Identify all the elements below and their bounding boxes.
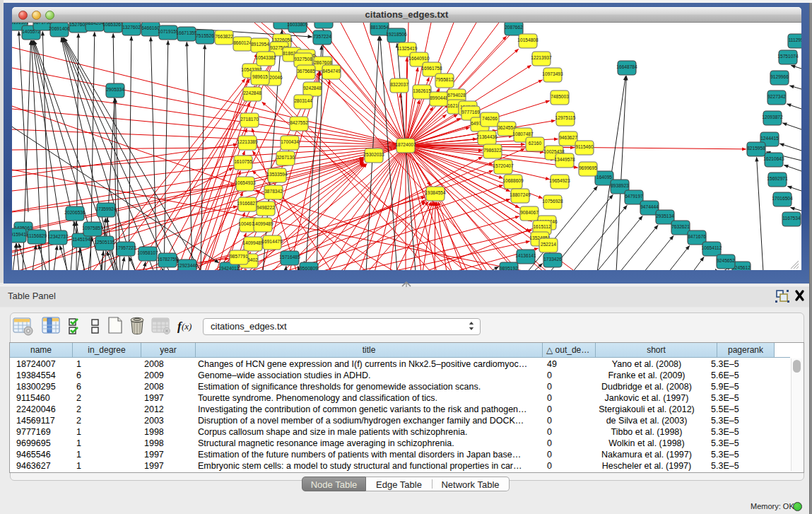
svg-text:6466160: 6466160	[141, 25, 160, 30]
svg-text:2867608: 2867608	[314, 60, 332, 65]
svg-text:9245652: 9245652	[717, 258, 735, 263]
svg-text:12342737: 12342737	[47, 234, 69, 239]
svg-text:12505135: 12505135	[94, 240, 115, 245]
svg-text:9560809: 9560809	[300, 266, 318, 270]
svg-text:2718170: 2718170	[240, 117, 259, 122]
svg-text:9671798: 9671798	[33, 23, 52, 25]
svg-text:17016504: 17016504	[772, 196, 793, 201]
svg-text:10973493: 10973493	[542, 71, 563, 76]
svg-text:3878342: 3878342	[264, 189, 283, 194]
svg-text:19166827: 19166827	[237, 201, 258, 206]
svg-text:9895192: 9895192	[500, 266, 518, 270]
svg-text:8215958: 8215958	[747, 146, 765, 151]
svg-text:7955812: 7955812	[435, 77, 454, 82]
svg-text:9699695: 9699695	[579, 165, 597, 170]
svg-text:164095: 164095	[596, 175, 612, 180]
svg-text:10154808: 10154808	[517, 37, 539, 42]
svg-text:7357224: 7357224	[313, 34, 331, 39]
svg-text:2803144: 2803144	[294, 98, 312, 103]
svg-text:9327508: 9327508	[294, 57, 312, 62]
svg-text:9242848: 9242848	[303, 86, 322, 90]
svg-text:16033809: 16033809	[287, 23, 308, 27]
svg-text:18807249: 18807249	[510, 192, 531, 197]
svg-text:7663822: 7663822	[215, 34, 233, 39]
svg-text:14099489: 14099489	[242, 240, 264, 245]
svg-text:3267130: 3267130	[276, 155, 295, 160]
svg-text:2935134: 2935134	[656, 214, 674, 218]
svg-text:10975857: 10975857	[82, 226, 103, 230]
svg-text:10756928: 10756928	[542, 199, 563, 204]
svg-text:252214: 252214	[541, 242, 556, 247]
svg-text:20691406: 20691406	[49, 26, 70, 31]
svg-text:16914479: 16914479	[261, 239, 283, 244]
svg-text:1733426: 1733426	[543, 257, 562, 262]
svg-text:15751074: 15751074	[777, 54, 799, 59]
svg-text:9498222: 9498222	[257, 205, 275, 210]
svg-text:11325419: 11325419	[397, 46, 418, 51]
svg-text:13449578: 13449578	[554, 157, 575, 162]
svg-text:8813054: 8813054	[370, 25, 389, 30]
svg-text:18724007: 18724007	[395, 142, 416, 147]
svg-text:10958107: 10958107	[137, 250, 158, 255]
svg-text:12093872: 12093872	[762, 115, 783, 119]
svg-text:14136141: 14136141	[515, 253, 536, 258]
svg-text:12213937: 12213937	[531, 55, 552, 60]
svg-text:1167534: 1167534	[782, 216, 801, 221]
svg-text:2087662: 2087662	[505, 25, 523, 30]
svg-text:17359924: 17359924	[95, 206, 117, 211]
svg-text:10654112: 10654112	[702, 245, 722, 250]
svg-text:9474444: 9474444	[640, 204, 659, 209]
svg-text:989615: 989615	[252, 74, 268, 79]
svg-text:10653267: 10653267	[102, 23, 124, 27]
svg-text:1610755: 1610755	[234, 159, 252, 164]
svg-text:7515526: 7515526	[196, 33, 214, 38]
svg-text:9857791: 9857791	[230, 254, 248, 259]
svg-text:16961758: 16961758	[421, 66, 442, 71]
svg-text:8912954: 8912954	[251, 42, 269, 47]
svg-text:16191391: 16191391	[12, 23, 29, 25]
svg-text:19424012: 19424012	[218, 266, 240, 270]
svg-text:1362615: 1362615	[413, 88, 431, 93]
svg-text:17957223: 17957223	[115, 245, 136, 250]
svg-text:2242848: 2242848	[243, 90, 261, 95]
svg-text:12923446: 12923446	[177, 263, 198, 268]
svg-text:9115460: 9115460	[575, 144, 594, 149]
svg-text:10688609: 10688609	[502, 178, 524, 183]
svg-text:10543382: 10543382	[255, 55, 276, 60]
svg-text:8660124: 8660124	[233, 40, 252, 45]
svg-text:11156829: 11156829	[27, 233, 47, 238]
svg-text:1327602: 1327602	[122, 25, 141, 30]
svg-text:13533594: 13533594	[266, 172, 288, 177]
svg-text:9227342: 9227342	[767, 94, 786, 99]
svg-text:62160: 62160	[529, 141, 542, 146]
svg-text:15720407: 15720407	[493, 163, 514, 168]
svg-text:7632621: 7632621	[671, 224, 690, 229]
svg-text:16210643: 16210643	[763, 156, 784, 161]
svg-text:25302033: 25302033	[363, 152, 384, 157]
svg-text:9463627: 9463627	[559, 135, 577, 140]
svg-text:12975115: 12975115	[555, 115, 576, 120]
svg-text:19654923: 19654923	[549, 178, 570, 183]
svg-text:8471676: 8471676	[688, 234, 706, 239]
svg-text:6794028: 6794028	[447, 93, 466, 98]
svg-text:19218506: 19218506	[386, 32, 407, 37]
svg-text:20206536: 20206536	[64, 210, 86, 215]
svg-text:19384554: 19384554	[425, 190, 446, 195]
svg-text:1244415: 1244415	[760, 136, 779, 141]
svg-text:9129966: 9129966	[770, 74, 789, 79]
svg-text:15692971: 15692971	[767, 176, 788, 181]
svg-text:8322037: 8322037	[390, 82, 408, 87]
svg-text:7485003: 7485003	[551, 94, 569, 99]
svg-text:16671355: 16671355	[176, 30, 197, 35]
svg-text:9777169: 9777169	[461, 110, 480, 115]
svg-text:16640910: 16640910	[408, 56, 430, 61]
svg-text:9884204: 9884204	[86, 23, 104, 25]
svg-text:1615112: 1615112	[533, 224, 551, 229]
svg-text:2905334: 2905334	[106, 87, 124, 92]
svg-text:6479197: 6479197	[625, 194, 643, 199]
svg-text:(x): (x)	[182, 321, 192, 332]
svg-text:1112954: 1112954	[789, 37, 801, 42]
svg-text:9084067: 9084067	[520, 210, 539, 215]
svg-text:14099489: 14099489	[252, 221, 273, 226]
svg-text:746266: 746266	[482, 116, 498, 121]
